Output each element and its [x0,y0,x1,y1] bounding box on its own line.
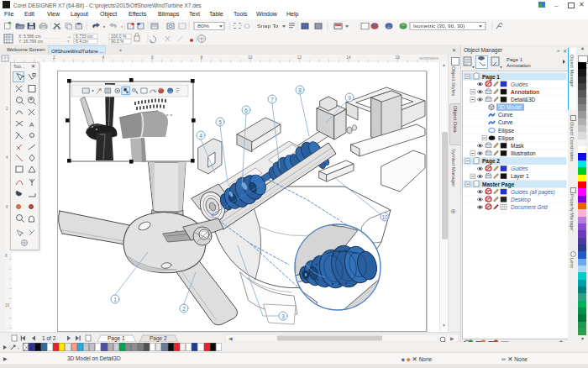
svg-text:Mask: Mask [511,143,524,149]
svg-text:Ellipse: Ellipse [498,128,515,134]
svg-text:3: 3 [281,313,285,319]
svg-text:7: 7 [270,97,274,103]
svg-text:10: 10 [381,214,388,220]
svg-text:Curve: Curve [498,112,513,118]
svg-text:80%: 80% [197,24,209,29]
svg-text:5: 5 [218,119,222,125]
svg-text:14: 14 [346,55,351,60]
svg-text:2: 2 [53,55,55,60]
svg-text:Layer 1: Layer 1 [511,173,529,180]
svg-text:Annotation: Annotation [507,63,531,68]
svg-text:Desktop: Desktop [511,197,531,203]
svg-text:◀: ◀ [228,336,233,341]
svg-text:2: 2 [182,306,186,312]
svg-text:8: 8 [298,87,302,93]
svg-text:6.4 cm: 6.4 cm [76,39,88,44]
svg-text:6: 6 [244,108,248,113]
svg-text:1 of 2: 1 of 2 [42,335,56,341]
svg-text:Curve: Curve [498,119,513,125]
svg-text:Page 1: Page 1 [507,57,523,62]
svg-text:6: 6 [6,205,8,209]
svg-text:▶: ▶ [450,336,454,341]
svg-text:Page 2: Page 2 [482,158,500,165]
svg-text:↕: ↕ [67,39,70,44]
svg-text:16: 16 [396,55,401,60]
svg-text:centimeters: centimeters [419,56,439,60]
svg-text:‹: ‹ [18,345,19,350]
svg-text:4: 4 [199,133,202,139]
svg-text:Guides (all pages): Guides (all pages) [511,189,555,196]
svg-text:8: 8 [5,254,8,258]
svg-text:Master Page: Master Page [482,181,515,188]
svg-text:Guides: Guides [511,166,528,171]
svg-text:Page 1: Page 1 [108,335,125,342]
svg-text:Annotation: Annotation [511,89,539,95]
svg-text:4: 4 [102,55,105,60]
svg-text:A: A [29,121,34,129]
svg-text:10: 10 [5,303,10,308]
svg-text:Illustration: Illustration [511,150,536,156]
svg-text:4: 4 [6,155,8,160]
svg-text:9: 9 [348,95,351,101]
svg-text:2: 2 [6,107,8,111]
svg-text:Snap To: Snap To [257,24,279,29]
svg-text:Page 2: Page 2 [150,335,167,342]
svg-text:3D Model: 3D Model [498,104,522,110]
svg-text:90.0 %: 90.0 % [111,39,124,44]
svg-text:Ellipse: Ellipse [498,135,515,142]
svg-text:1: 1 [113,297,117,302]
svg-text:Page 1: Page 1 [482,74,500,81]
svg-text:Document Grid: Document Grid [511,204,548,210]
svg-text:10: 10 [248,55,253,60]
svg-text:8: 8 [201,55,203,60]
svg-text:Y: 16.769 cm: Y: 16.769 cm [18,39,43,44]
svg-text:Isometric (30, 90, 30): Isometric (30, 90, 30) [413,24,465,29]
svg-text:Detail&3D: Detail&3D [511,97,536,103]
svg-text:Guides: Guides [511,81,528,87]
svg-text:6: 6 [151,55,154,60]
svg-text:12: 12 [297,55,302,60]
